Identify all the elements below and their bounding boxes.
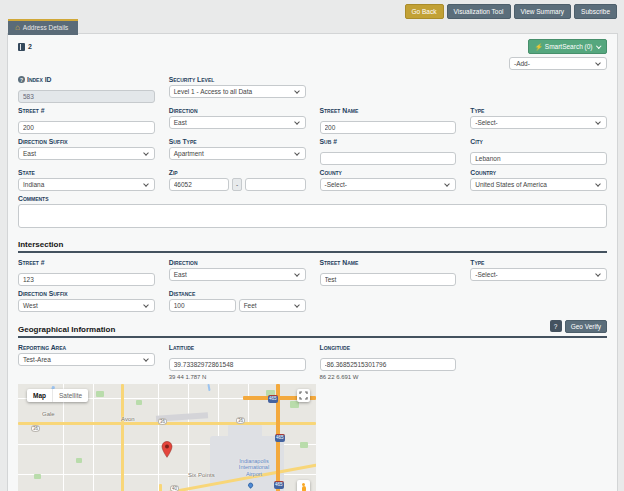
reporting-area-select[interactable]: Test-Area — [18, 353, 155, 366]
route-shield: 36 — [236, 417, 245, 424]
map-label-airport: Indianapolis International Airport — [230, 458, 278, 477]
street-name-field: Street Name — [320, 107, 457, 134]
int-street-number-input[interactable] — [18, 273, 155, 286]
zip-separator: - — [232, 178, 242, 191]
distance-input[interactable] — [169, 299, 236, 312]
view-summary-button[interactable]: View Summary — [514, 4, 572, 19]
city-label: City — [470, 138, 607, 145]
add-row: -Add- — [18, 57, 607, 70]
city-input[interactable] — [470, 152, 607, 165]
route-shield: 36 — [158, 418, 167, 425]
int-direction-field: Direction East — [169, 259, 306, 286]
direction-suffix-field: Direction Suffix East — [18, 138, 155, 165]
smartsearch-button[interactable]: ⚡ SmartSearch (0) — [528, 39, 607, 54]
sub-type-field: Sub Type Apartment — [169, 138, 306, 165]
longitude-input[interactable] — [320, 358, 457, 371]
pegman-icon — [301, 483, 306, 491]
int-type-label: Type — [470, 259, 607, 266]
direction-suffix-label: Direction Suffix — [18, 138, 155, 145]
interstate-shield: 465 — [268, 395, 278, 403]
sub-number-input[interactable] — [320, 152, 457, 165]
map-park — [290, 401, 299, 408]
zip-plus4-input[interactable] — [245, 178, 305, 191]
map-label-gale: Gale — [42, 411, 55, 417]
route-shield: 36 — [31, 425, 40, 432]
airport-area — [228, 424, 262, 444]
fullscreen-button[interactable] — [297, 389, 310, 402]
chevron-down-icon — [143, 356, 149, 362]
fullscreen-icon — [299, 391, 308, 400]
distance-label: Distance — [169, 290, 306, 297]
map-park — [300, 442, 308, 448]
geo-verify-button[interactable]: Geo Verify — [565, 320, 607, 333]
geo-help-button[interactable]: ? — [550, 320, 562, 332]
panel-header-row: 2 ⚡ SmartSearch (0) — [18, 39, 607, 54]
index-id-label: Index ID — [27, 76, 51, 83]
security-level-select[interactable]: Level 1 - Access to all Data — [169, 85, 306, 98]
add-select[interactable]: -Add- — [509, 57, 607, 70]
chevron-down-icon — [595, 181, 601, 187]
county-label: County — [320, 169, 457, 176]
distance-unit-select[interactable]: Feet — [239, 299, 306, 312]
chevron-down-icon — [294, 150, 300, 156]
county-select[interactable]: -Select- — [320, 178, 457, 191]
help-icon[interactable]: ? — [18, 76, 25, 83]
map-canvas[interactable]: 36 36 36 267 40 465 465 465 70 70 Gale A… — [18, 384, 316, 491]
top-toolbar: Go Back Visualization Tool View Summary … — [405, 4, 617, 19]
chevron-down-icon — [143, 181, 149, 187]
direction-select[interactable]: East — [169, 116, 306, 129]
comments-textarea[interactable] — [18, 204, 607, 228]
go-back-button[interactable]: Go Back — [405, 4, 444, 19]
latitude-input[interactable] — [169, 358, 306, 371]
pegman-control[interactable] — [297, 480, 310, 491]
zip-input[interactable] — [169, 178, 229, 191]
country-select[interactable]: United States of America — [470, 178, 607, 191]
longitude-dms: 86 22 6.691 W — [320, 374, 457, 380]
map-park — [76, 458, 82, 463]
chevron-down-icon — [595, 119, 601, 125]
int-type-select[interactable]: -Select- — [470, 268, 607, 281]
direction-field: Direction East — [169, 107, 306, 134]
latitude-field: Latitude 39 44 1.787 N — [169, 344, 306, 380]
satellite-button[interactable]: Satellite — [52, 389, 88, 402]
int-direction-select[interactable]: East — [169, 268, 306, 281]
tab-address-details[interactable]: ⌂ Address Details — [8, 19, 78, 35]
city-field: City — [470, 138, 607, 165]
direction-suffix-select[interactable]: East — [18, 147, 155, 160]
map-button[interactable]: Map — [27, 389, 52, 402]
int-street-name-label: Street Name — [320, 259, 457, 266]
direction-label: Direction — [169, 107, 306, 114]
map-park — [136, 400, 142, 405]
index-id-input — [18, 90, 155, 103]
int-street-number-field: Street # — [18, 259, 155, 286]
record-count-value: 2 — [28, 43, 32, 50]
smartsearch-label: SmartSearch (0) — [545, 43, 593, 50]
state-select[interactable]: Indiana — [18, 178, 155, 191]
sub-type-select[interactable]: Apartment — [169, 147, 306, 160]
building-icon: ⌂ — [15, 25, 20, 31]
quaker-blvd-road — [159, 484, 162, 491]
state-label: State — [18, 169, 155, 176]
chevron-down-icon — [143, 302, 149, 308]
longitude-field: Longitude 86 22 6.691 W — [320, 344, 457, 380]
distance-field: Distance Feet — [169, 290, 306, 312]
sub-number-field: Sub # — [320, 138, 457, 165]
visualization-tool-button[interactable]: Visualization Tool — [447, 4, 511, 19]
zip-field: Zip - — [169, 169, 306, 191]
country-label: Country — [470, 169, 607, 176]
type-select[interactable]: -Select- — [470, 116, 607, 129]
int-direction-suffix-select[interactable]: West — [18, 299, 155, 312]
int-street-name-input[interactable] — [320, 273, 457, 286]
chevron-down-icon — [596, 43, 601, 48]
county-field: County -Select- — [320, 169, 457, 191]
interstate-shield: 465 — [274, 481, 284, 489]
sub-type-label: Sub Type — [169, 138, 306, 145]
map-label-six-points: Six Points — [188, 472, 215, 478]
security-level-label: Security Level — [169, 76, 306, 83]
location-marker-icon[interactable] — [161, 441, 173, 458]
longitude-label: Longitude — [320, 344, 457, 351]
subscribe-button[interactable]: Subscribe — [574, 4, 617, 19]
chevron-down-icon — [294, 119, 300, 125]
street-number-input[interactable] — [18, 121, 155, 134]
street-name-input[interactable] — [320, 121, 457, 134]
